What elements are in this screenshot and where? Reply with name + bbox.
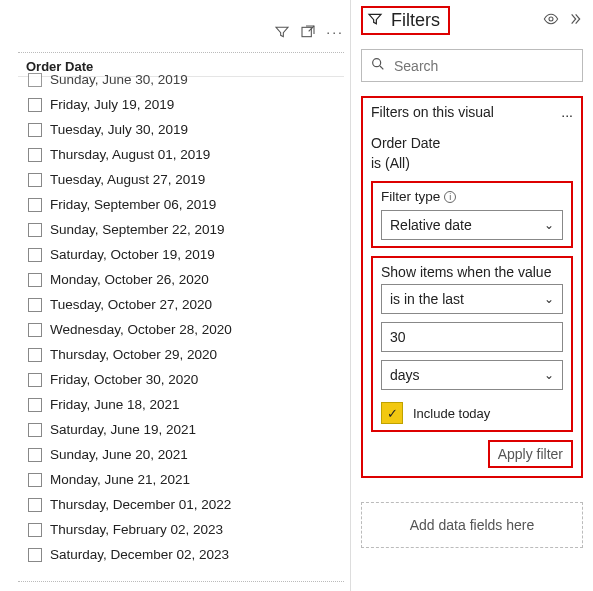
checkbox[interactable] [28, 198, 42, 212]
checkbox[interactable] [28, 448, 42, 462]
number-input[interactable]: 30 [381, 322, 563, 352]
list-item[interactable]: Friday, July 19, 2019 [24, 92, 338, 117]
filter-type-box: Filter type i Relative date ⌄ [371, 181, 573, 248]
checkbox[interactable] [28, 523, 42, 537]
filter-type-value: Relative date [390, 217, 472, 233]
svg-point-2 [373, 59, 381, 67]
list-item[interactable]: Friday, June 18, 2021 [24, 392, 338, 417]
list-item[interactable]: Tuesday, July 30, 2019 [24, 117, 338, 142]
list-item-label: Monday, October 26, 2020 [50, 272, 209, 287]
checkbox[interactable] [28, 423, 42, 437]
include-today-checkbox[interactable]: ✓ [381, 402, 403, 424]
list-item[interactable]: Sunday, June 30, 2019 [24, 67, 338, 92]
checkbox[interactable] [28, 148, 42, 162]
list-item-label: Friday, June 18, 2021 [50, 397, 180, 412]
add-data-fields-dropzone[interactable]: Add data fields here [361, 502, 583, 548]
filters-pane-title: Filters [391, 10, 440, 31]
list-item[interactable]: Monday, October 26, 2020 [24, 267, 338, 292]
list-item-label: Thursday, August 01, 2019 [50, 147, 210, 162]
section-more-icon[interactable]: ... [561, 104, 573, 120]
checkbox[interactable] [28, 98, 42, 112]
list-item-label: Sunday, September 22, 2019 [50, 222, 225, 237]
filter-icon[interactable] [274, 24, 290, 43]
list-item[interactable]: Tuesday, October 27, 2020 [24, 292, 338, 317]
unit-dropdown[interactable]: days ⌄ [381, 360, 563, 390]
checkbox[interactable] [28, 73, 42, 87]
list-item[interactable]: Sunday, September 22, 2019 [24, 217, 338, 242]
list-item-label: Saturday, December 02, 2023 [50, 547, 229, 562]
list-item-label: Thursday, February 02, 2023 [50, 522, 223, 537]
svg-rect-0 [302, 27, 311, 36]
checkbox[interactable] [28, 348, 42, 362]
list-item[interactable]: Thursday, December 01, 2022 [24, 492, 338, 517]
collapse-pane-icon[interactable] [567, 11, 583, 30]
checkbox[interactable] [28, 123, 42, 137]
checkbox[interactable] [28, 223, 42, 237]
unit-value: days [390, 367, 420, 383]
chevron-down-icon: ⌄ [544, 368, 554, 382]
list-item-label: Saturday, October 19, 2019 [50, 247, 215, 262]
list-item[interactable]: Sunday, June 20, 2021 [24, 442, 338, 467]
checkbox[interactable] [28, 323, 42, 337]
checkbox[interactable] [28, 273, 42, 287]
list-item-label: Friday, September 06, 2019 [50, 197, 216, 212]
list-item[interactable]: Saturday, June 19, 2021 [24, 417, 338, 442]
list-item-label: Tuesday, August 27, 2019 [50, 172, 205, 187]
include-today-label: Include today [413, 406, 490, 421]
apply-filter-button[interactable]: Apply filter [488, 440, 573, 468]
list-item-label: Friday, October 30, 2020 [50, 372, 198, 387]
filter-card[interactable]: Order Date is (All) [371, 134, 573, 173]
relation-dropdown[interactable]: is in the last ⌄ [381, 284, 563, 314]
checkbox[interactable] [28, 498, 42, 512]
list-item-label: Sunday, June 20, 2021 [50, 447, 188, 462]
list-item-label: Tuesday, July 30, 2019 [50, 122, 188, 137]
list-item[interactable]: Wednesday, October 28, 2020 [24, 317, 338, 342]
list-item[interactable]: Friday, October 30, 2020 [24, 367, 338, 392]
relative-date-box: Show items when the value is in the last… [371, 256, 573, 432]
focus-mode-icon[interactable] [300, 24, 316, 43]
checkbox[interactable] [28, 373, 42, 387]
list-item-label: Sunday, June 30, 2019 [50, 72, 188, 87]
checkbox[interactable] [28, 473, 42, 487]
chevron-down-icon: ⌄ [544, 218, 554, 232]
list-item[interactable]: Thursday, October 29, 2020 [24, 342, 338, 367]
slicer-list: Sunday, June 30, 2019 Friday, July 19, 2… [18, 67, 344, 567]
list-item[interactable]: Thursday, August 01, 2019 [24, 142, 338, 167]
checkbox[interactable] [28, 298, 42, 312]
checkbox[interactable] [28, 398, 42, 412]
filter-icon [367, 11, 383, 30]
include-today-row[interactable]: ✓ Include today [381, 402, 563, 424]
list-item[interactable]: Friday, September 06, 2019 [24, 192, 338, 217]
filters-pane: Filters Filters on this visual ... Order… [350, 0, 593, 591]
info-icon[interactable]: i [444, 191, 456, 203]
show-items-label: Show items when the value [381, 264, 563, 280]
checkbox[interactable] [28, 248, 42, 262]
search-box[interactable] [361, 49, 583, 82]
visual-pane: ··· Order Date Sunday, June 30, 2019 Fri… [0, 0, 350, 591]
list-item-label: Tuesday, October 27, 2020 [50, 297, 212, 312]
search-icon [370, 56, 386, 75]
visual-toolbar: ··· [274, 24, 344, 43]
checkbox[interactable] [28, 173, 42, 187]
filter-type-dropdown[interactable]: Relative date ⌄ [381, 210, 563, 240]
list-item-label: Thursday, December 01, 2022 [50, 497, 231, 512]
list-item-label: Thursday, October 29, 2020 [50, 347, 217, 362]
list-item[interactable]: Monday, June 21, 2021 [24, 467, 338, 492]
filter-field-name: Order Date [371, 134, 573, 154]
search-input[interactable] [394, 58, 574, 74]
list-item-label: Saturday, June 19, 2021 [50, 422, 196, 437]
list-item[interactable]: Saturday, December 02, 2023 [24, 542, 338, 567]
list-item-label: Monday, June 21, 2021 [50, 472, 190, 487]
more-options-icon[interactable]: ··· [326, 24, 344, 43]
filters-on-visual-section: Filters on this visual ... Order Date is… [361, 96, 583, 478]
svg-point-1 [549, 17, 553, 21]
list-item[interactable]: Saturday, October 19, 2019 [24, 242, 338, 267]
list-item[interactable]: Thursday, February 02, 2023 [24, 517, 338, 542]
checkbox[interactable] [28, 548, 42, 562]
filter-type-label: Filter type [381, 189, 440, 204]
list-item[interactable]: Tuesday, August 27, 2019 [24, 167, 338, 192]
filter-field-status: is (All) [371, 154, 573, 174]
filters-pane-header: Filters [351, 0, 593, 41]
eye-icon[interactable] [543, 11, 559, 30]
chevron-down-icon: ⌄ [544, 292, 554, 306]
